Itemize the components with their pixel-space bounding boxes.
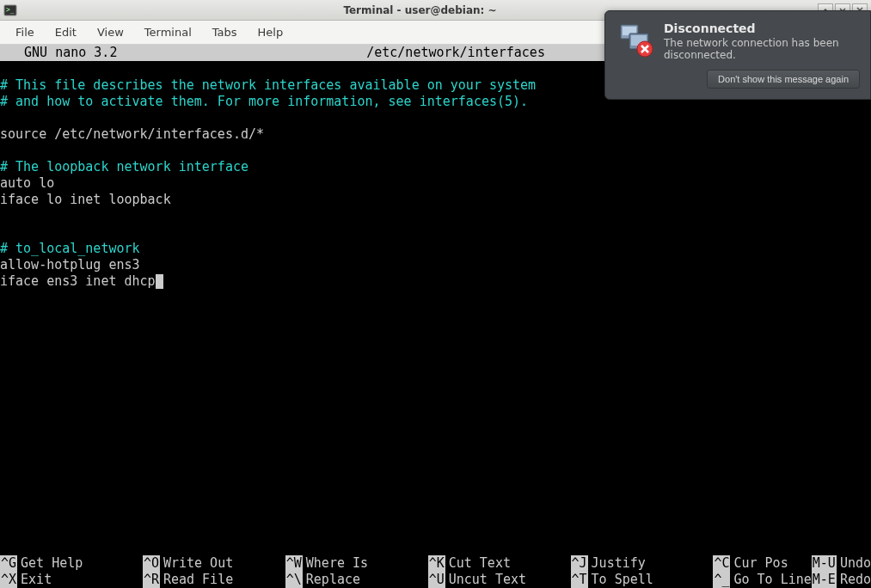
terminal-area[interactable]: GNU nano 3.2 /etc/network/interfaces Mod… [0,45,871,588]
svg-text:>_: >_ [6,6,15,14]
shortcut-cur-pos: ^CCur Pos M-UUndo [713,555,871,572]
editor-line: # and how to activate them. For more inf… [0,94,528,109]
shortcut-uncut-text: ^UUncut Text [428,572,571,588]
editor-line: # The loopback network interface [0,159,248,175]
shortcut-cut-text: ^KCut Text [428,555,571,572]
text-cursor [156,274,163,289]
menu-tabs[interactable]: Tabs [204,23,246,41]
menu-view[interactable]: View [89,23,132,41]
menu-edit[interactable]: Edit [46,23,85,41]
editor-line: # This file describes the network interf… [0,77,536,93]
network-disconnected-icon [616,21,653,59]
shortcut-get-help: ^GGet Help [0,555,143,572]
shortcut-go-to-line: ^_Go To Line M-ERedo [713,572,871,588]
editor-line: allow-hotplug ens3 [0,257,140,273]
nano-shortcuts: ^GGet Help ^OWrite Out ^WWhere Is ^KCut … [0,555,871,588]
shortcut-where-is: ^WWhere Is [285,555,428,572]
shortcut-to-spell: ^TTo Spell [571,572,714,588]
nano-app-name: GNU nano 3.2 [0,45,117,61]
shortcut-exit: ^XExit [0,572,143,588]
editor-line: source /etc/network/interfaces.d/* [0,126,264,142]
editor-line: iface lo inet loopback [0,192,171,207]
shortcut-read-file: ^RRead File [143,572,285,588]
menu-help[interactable]: Help [249,23,292,41]
editor-line: iface ens3 inet dhcp [0,273,156,289]
network-notification: Disconnected The network connection has … [604,10,871,100]
shortcut-justify: ^JJustify [571,555,714,572]
terminal-app-icon: >_ [3,3,17,17]
notification-title: Disconnected [664,21,860,35]
dont-show-again-button[interactable]: Don't show this message again [707,70,860,89]
shortcut-replace: ^\Replace [285,572,428,588]
menu-terminal[interactable]: Terminal [136,23,200,41]
editor-line: # to_local_network [0,241,140,256]
shortcut-write-out: ^OWrite Out [143,555,285,572]
notification-body: The network connection has been disconne… [664,37,860,61]
menu-file[interactable]: File [7,23,43,41]
editor-line: auto lo [0,175,54,191]
